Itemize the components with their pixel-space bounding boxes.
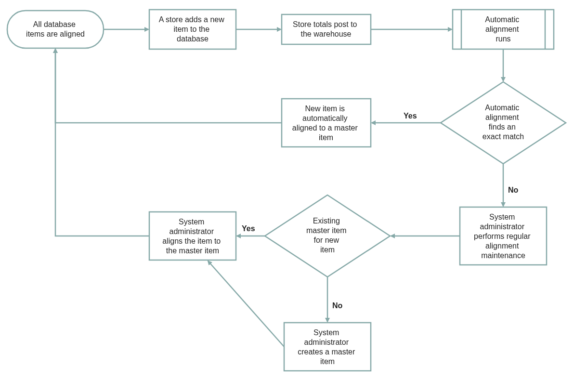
node-post-totals: Store totals post to the warehouse [282, 14, 371, 44]
node-post-totals-line2: the warehouse [301, 30, 352, 38]
node-create-master-line2: administrator [304, 338, 349, 346]
label-no1: No [508, 186, 519, 194]
node-add-item-line2: item to the [173, 25, 209, 33]
node-exact-match-line4: exact match [483, 132, 524, 141]
node-exact-match-line3: finds an [489, 123, 516, 131]
node-post-totals-line1: Store totals post to [293, 20, 357, 28]
node-existing-master-line2: master item [306, 226, 347, 235]
node-auto-align-runs-line1: Automatic [485, 15, 519, 24]
node-align-master: System administrator aligns the item to … [149, 212, 236, 260]
node-exact-match-line1: Automatic [485, 104, 519, 112]
node-align-master-line3: aligns the item to [162, 237, 221, 245]
node-exact-match: Automatic alignment finds an exact match [441, 82, 566, 164]
node-auto-align-runs-line3: runs [496, 35, 510, 43]
node-align-master-line4: the master item [166, 247, 219, 255]
flowchart: All database items are aligned A store a… [0, 0, 574, 392]
node-add-item: A store adds a new item to the database [149, 10, 236, 49]
node-auto-aligned-line4: item [319, 133, 333, 142]
node-start-line1: All database [33, 20, 76, 28]
node-auto-aligned: New item is automatically aligned to a m… [282, 99, 371, 147]
node-maintenance-line2: administrator [480, 222, 525, 231]
node-auto-align-runs: Automatic alignment runs [453, 10, 554, 49]
node-existing-master-line3: for new [314, 236, 339, 244]
svg-rect-0 [7, 11, 104, 48]
node-add-item-line3: database [177, 35, 209, 43]
node-auto-aligned-line3: aligned to a master [292, 124, 358, 132]
node-existing-master: Existing master item for new item [265, 195, 390, 277]
svg-text:Store totals post to
      the: Store totals post to the warehouse [293, 18, 359, 38]
node-exact-match-line2: alignment [485, 113, 519, 121]
node-create-master: System administrator creates a master it… [284, 323, 371, 371]
label-yes1: Yes [404, 112, 417, 120]
node-maintenance-line5: maintenance [481, 251, 525, 260]
node-start-line2: items are aligned [26, 30, 85, 38]
node-auto-aligned-line1: New item is [305, 105, 345, 113]
node-maintenance-line1: System [489, 213, 515, 221]
node-maintenance-line3: performs regular [474, 232, 531, 240]
node-existing-master-line4: item [320, 246, 335, 254]
edge-createmaster-alignmaster [208, 261, 284, 347]
edge-autoaligned-start [55, 49, 282, 123]
node-add-item-line1: A store adds a new [159, 15, 225, 24]
node-auto-align-runs-line2: alignment [485, 25, 519, 33]
node-create-master-line3: creates a master [298, 348, 355, 356]
label-yes2: Yes [242, 224, 255, 233]
node-auto-aligned-line2: automatically [302, 114, 347, 122]
node-align-master-line1: System [179, 218, 204, 226]
node-create-master-line4: item [320, 357, 335, 366]
label-no2: No [332, 301, 343, 310]
node-maintenance-line4: alignment [485, 242, 519, 250]
node-start: All database items are aligned [7, 11, 104, 48]
node-maintenance: System administrator performs regular al… [460, 207, 547, 265]
svg-text:Automatic
      alignment
    : Automatic alignment finds an exact match [483, 102, 524, 141]
node-align-master-line2: administrator [170, 227, 214, 235]
node-existing-master-line1: Existing [313, 217, 340, 225]
node-create-master-line1: System [313, 328, 339, 337]
edge-alignmaster-start [55, 49, 149, 236]
